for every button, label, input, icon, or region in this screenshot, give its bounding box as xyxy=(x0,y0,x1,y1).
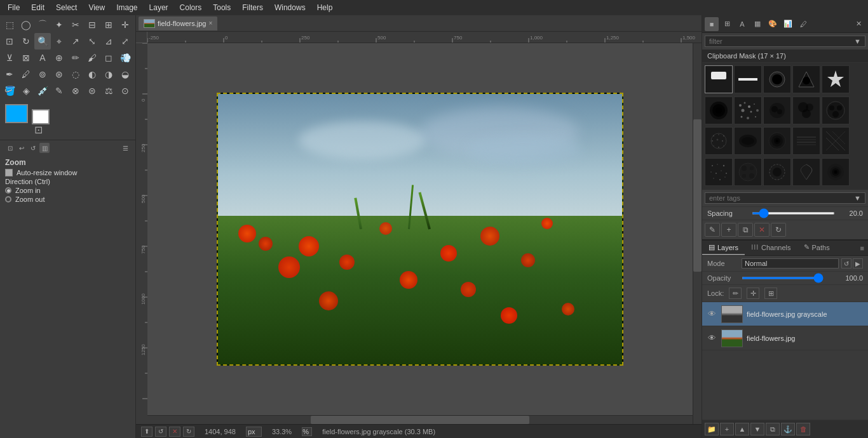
opacity-slider[interactable] xyxy=(742,277,824,279)
zoom-out-radio[interactable] xyxy=(5,196,11,202)
panel-icon-mypaint[interactable]: 🖊 xyxy=(796,17,810,31)
layer-eye-1[interactable]: 👁 xyxy=(706,333,717,344)
filter-dropdown-icon[interactable]: ▼ xyxy=(854,37,861,45)
tool-options-icon[interactable]: ⊡ xyxy=(5,143,15,153)
mode-next-btn[interactable]: ▶ xyxy=(853,258,863,269)
panel-icon-brush[interactable]: ■ xyxy=(705,17,719,31)
tool-desaturate[interactable]: ◒ xyxy=(117,66,133,83)
tool-perspective[interactable]: ⤡ xyxy=(84,33,100,50)
tool-cage[interactable]: ⊠ xyxy=(18,50,34,66)
brush-item-1[interactable] xyxy=(734,65,762,93)
mode-prev-btn[interactable]: ↺ xyxy=(841,258,851,269)
tool-text[interactable]: A xyxy=(34,50,51,66)
tool-eraser[interactable]: ◻ xyxy=(100,50,117,66)
tool-dodge[interactable]: ◑ xyxy=(100,66,117,83)
tool-color-balance[interactable]: ⚖ xyxy=(100,83,117,99)
brush-refresh-btn[interactable]: ↻ xyxy=(771,223,786,237)
layer-new-btn[interactable]: + xyxy=(720,423,734,435)
tool-foreground-select[interactable]: ⊟ xyxy=(84,17,100,33)
brush-item-13[interactable] xyxy=(792,127,820,155)
menu-windows[interactable]: Windows xyxy=(269,2,311,13)
panel-close-btn[interactable]: ✕ xyxy=(851,17,865,31)
brush-duplicate-btn[interactable]: ⧉ xyxy=(738,223,753,237)
tool-transform[interactable]: ⤢ xyxy=(117,33,133,50)
canvas-content[interactable] xyxy=(147,43,693,415)
lock-pixels-btn[interactable]: ✏ xyxy=(729,288,742,299)
menu-filters[interactable]: Filters xyxy=(237,2,268,13)
tool-shear[interactable]: ↗ xyxy=(67,33,84,50)
tool-airbrush[interactable]: 💨 xyxy=(117,50,133,66)
tool-script-fu[interactable]: ⊗ xyxy=(67,83,84,99)
tool-warp[interactable]: ⊻ xyxy=(1,50,18,66)
layer-duplicate-btn[interactable]: ⧉ xyxy=(766,423,780,435)
layer-new-group-btn[interactable]: 📁 xyxy=(705,423,719,435)
brush-item-12[interactable] xyxy=(763,127,791,155)
brush-item-5[interactable] xyxy=(705,96,733,124)
canvas-tab-close[interactable]: × xyxy=(208,20,212,27)
menu-tools[interactable]: Tools xyxy=(208,2,236,13)
lock-alpha-btn[interactable]: ⊞ xyxy=(764,288,777,299)
tool-measure[interactable]: ⌖ xyxy=(51,33,67,50)
menu-select[interactable]: Select xyxy=(51,2,82,13)
tool-options-undo[interactable]: ↺ xyxy=(28,143,38,153)
menu-edit[interactable]: Edit xyxy=(26,2,50,13)
status-refresh-icon[interactable]: ↻ xyxy=(183,427,194,437)
menu-view[interactable]: View xyxy=(83,2,110,13)
brush-filter-input[interactable] xyxy=(709,37,854,45)
tool-free-select[interactable]: ⌒ xyxy=(34,17,51,33)
status-export-icon[interactable]: ⬆ xyxy=(141,427,153,437)
status-unit-select[interactable]: px in mm xyxy=(246,427,262,437)
panel-icon-font[interactable]: A xyxy=(735,17,749,31)
tool-fuzzy-select[interactable]: ✦ xyxy=(51,17,67,33)
mode-select[interactable]: Normal Multiply Screen Overlay Dissolve xyxy=(742,258,839,269)
brush-tags-input[interactable] xyxy=(709,194,854,202)
layer-anchor-btn[interactable]: ⚓ xyxy=(781,423,795,435)
vscroll-thumb[interactable] xyxy=(693,119,702,272)
tool-move[interactable]: ✛ xyxy=(117,17,133,33)
tool-path[interactable]: ✎ xyxy=(51,83,67,99)
panel-icon-palette[interactable]: 🎨 xyxy=(766,17,780,31)
tool-blur[interactable]: ◌ xyxy=(67,66,84,83)
layer-raise-btn[interactable]: ▲ xyxy=(735,423,749,435)
horizontal-scrollbar[interactable] xyxy=(147,415,693,424)
tool-options-layer[interactable]: ▥ xyxy=(39,143,50,153)
tool-ellipse-select[interactable]: ◯ xyxy=(18,17,34,33)
foreground-color[interactable] xyxy=(5,104,28,123)
menu-help[interactable]: Help xyxy=(312,2,338,13)
brush-item-10[interactable] xyxy=(705,127,733,155)
spacing-slider[interactable] xyxy=(752,212,835,215)
brush-item-17[interactable] xyxy=(763,158,791,186)
tool-heal[interactable]: ⊚ xyxy=(34,66,51,83)
brush-item-14[interactable] xyxy=(822,127,850,155)
vertical-scrollbar[interactable] xyxy=(693,43,702,424)
background-color[interactable] xyxy=(32,109,50,124)
panel-icon-pattern[interactable]: ⊞ xyxy=(720,17,734,31)
layer-delete-btn[interactable]: 🗑 xyxy=(796,423,810,435)
auto-resize-checkbox[interactable] xyxy=(5,169,13,176)
tool-by-color-select[interactable]: ⊜ xyxy=(84,83,100,99)
status-zoom-select[interactable]: % xyxy=(302,427,312,436)
brush-item-8[interactable] xyxy=(792,96,820,124)
tool-crop[interactable]: ⊡ xyxy=(1,33,18,50)
tab-paths[interactable]: ✎ Paths xyxy=(797,241,836,255)
tool-zoom[interactable]: 🔍 xyxy=(34,33,51,50)
brush-item-19[interactable] xyxy=(822,158,850,186)
brush-item-7[interactable] xyxy=(763,96,791,124)
menu-file[interactable]: File xyxy=(3,2,25,13)
zoom-in-radio[interactable] xyxy=(5,187,11,194)
brush-edit-btn[interactable]: ✎ xyxy=(705,223,720,237)
tool-ink[interactable]: ✒ xyxy=(1,66,18,83)
brush-item-15[interactable] xyxy=(705,158,733,186)
tool-smudge[interactable]: ◐ xyxy=(84,66,100,83)
brush-item-4[interactable] xyxy=(822,65,850,93)
menu-layer[interactable]: Layer xyxy=(144,2,173,13)
tool-perspective-clone[interactable]: ⊛ xyxy=(51,66,67,83)
lock-position-btn[interactable]: ✛ xyxy=(747,288,759,299)
tool-options-menu[interactable]: ☰ xyxy=(120,143,130,153)
tab-layers[interactable]: ▤ Layers xyxy=(702,241,745,255)
brush-item-6[interactable] xyxy=(734,96,762,124)
tab-channels[interactable]: ⁞⁞⁞ Channels xyxy=(745,241,797,255)
canvas-tab-0[interactable]: field-flowers.jpg × xyxy=(139,17,217,30)
status-cancel-icon[interactable]: ✕ xyxy=(169,427,180,437)
tool-clone[interactable]: ⊕ xyxy=(51,50,67,66)
